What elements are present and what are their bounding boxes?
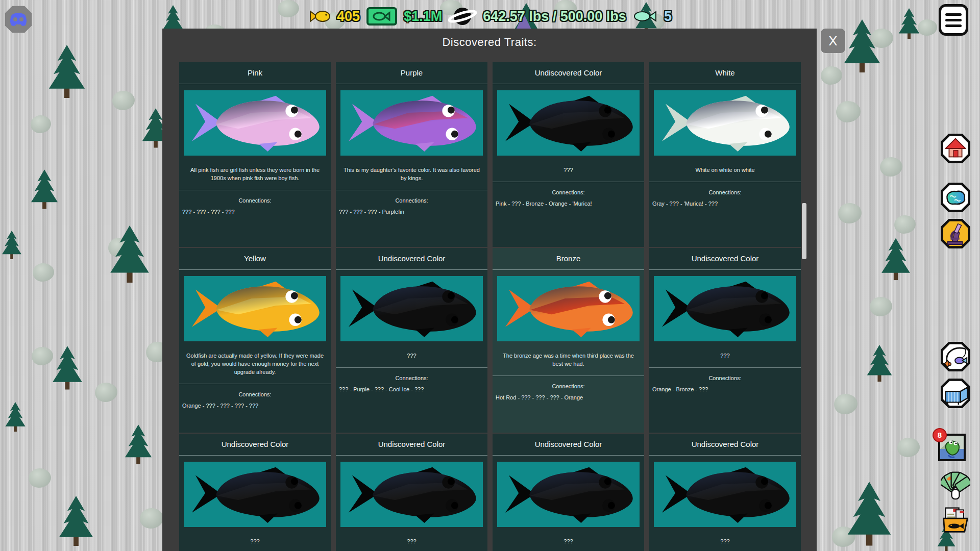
trait-card-title: Undiscovered Color (649, 248, 801, 270)
trait-description: ??? (342, 352, 481, 360)
trait-card[interactable]: Yellow Goldfish are actually made of yel… (179, 248, 331, 433)
connections-label: Connections: (493, 383, 644, 389)
fish-illustration (502, 465, 635, 524)
notification-badge: 8 (933, 428, 947, 442)
trait-card[interactable]: Purple This is my daughter's favorite co… (336, 62, 487, 247)
fish-image-frame (340, 276, 483, 341)
trait-card-title: Yellow (179, 248, 331, 270)
fish-illustration (345, 93, 479, 153)
fish-pupil-top (761, 107, 768, 114)
trait-card[interactable]: Undiscovered Color ??? Connections: Pink… (493, 62, 644, 247)
fish-image-frame (497, 90, 640, 156)
card-collection-button[interactable] (941, 468, 970, 501)
rock (870, 297, 892, 316)
trait-card[interactable]: Undiscovered Color ??? Connections: (493, 434, 644, 551)
rock (29, 468, 51, 488)
connections-label: Connections: (649, 189, 801, 195)
fish-shading (216, 472, 320, 517)
pine-tree (1, 231, 22, 259)
money-card-icon (366, 7, 398, 26)
trait-card[interactable]: Undiscovered Color ??? Connections: ??? … (336, 248, 487, 433)
connections-list: ??? - Purple - ??? - Cool Ice - ??? (336, 386, 487, 392)
fish-image-frame (654, 90, 796, 156)
fishing-button[interactable] (941, 342, 970, 371)
connections-label: Connections: (179, 197, 331, 204)
fish-pupil-top (447, 478, 454, 485)
fish-pupil-bottom (451, 316, 458, 323)
fish-photo-button[interactable]: 8 (936, 432, 968, 463)
trait-card-title: Undiscovered Color (179, 434, 331, 456)
fish-illustration (502, 93, 635, 153)
pine-tree (845, 482, 893, 546)
trait-description: The bronze age was a time when third pla… (499, 352, 638, 368)
fish-image-frame (184, 90, 326, 156)
scrollbar-thumb[interactable] (802, 203, 806, 259)
fish-pupil-bottom (607, 131, 615, 138)
rock (140, 508, 163, 529)
card-divider (336, 190, 487, 190)
fish-image-frame (497, 462, 640, 527)
trait-card[interactable]: Undiscovered Color ??? Connections: (336, 434, 487, 551)
rod-count: 5 (664, 9, 672, 24)
rock (894, 215, 916, 234)
pond-button[interactable] (941, 183, 970, 212)
fish-shading (373, 101, 476, 146)
discovered-traits-modal: Discovered Traits: Pink All pink fish ar… (162, 29, 817, 551)
rock (33, 263, 54, 282)
rock (821, 66, 842, 85)
pine-tree (880, 238, 912, 281)
fish-pupil-bottom (294, 316, 301, 323)
close-button[interactable]: X (821, 29, 845, 53)
rock (112, 91, 135, 110)
trait-card[interactable]: Undiscovered Color ??? Connections: (649, 434, 801, 551)
connections-list: Hot Rod - ??? - ??? - ??? - Orange (493, 394, 644, 400)
trait-card-title: Pink (179, 62, 331, 84)
pine-tree (866, 345, 893, 382)
card-divider (649, 182, 801, 182)
fish-pupil-bottom (294, 131, 301, 138)
fish-pupil-top (604, 478, 611, 485)
records-button[interactable] (941, 504, 970, 536)
rock (31, 115, 51, 133)
rock (897, 438, 920, 457)
hud-bar: 405 $1.1M 642.57 lbs / 500.00 lbs 5 (0, 5, 980, 28)
pine-tree (124, 424, 153, 464)
trait-card-title: Undiscovered Color (649, 434, 801, 456)
fish-records-icon (944, 508, 968, 532)
fish-shading (529, 101, 633, 146)
connections-label: Connections: (649, 375, 801, 381)
card-divider (649, 367, 801, 368)
trait-description: ??? (655, 352, 795, 360)
pine-tree (30, 169, 59, 209)
money-amount: $1.1M (404, 9, 442, 24)
fish-pupil-top (761, 478, 768, 485)
fish-illustration (188, 93, 322, 153)
trait-card[interactable]: Pink All pink fish are girl fish unless … (179, 62, 331, 247)
fish-pupil-bottom (451, 502, 458, 509)
card-fan-icon (941, 472, 970, 499)
fish-pupil-bottom (764, 316, 771, 323)
trait-card[interactable]: Undiscovered Color ??? Connections: Oran… (649, 248, 801, 433)
trait-description: ??? (499, 166, 638, 174)
fish-image-frame (654, 276, 796, 341)
trait-description: This is my daughter's favorite color. It… (342, 166, 481, 182)
research-button[interactable] (941, 219, 970, 248)
fish-illustration (345, 279, 479, 338)
fence-button[interactable] (941, 379, 970, 408)
modal-title: Discovered Traits: (162, 36, 817, 49)
cyan-fish-icon (632, 9, 658, 24)
fish-image-frame (340, 90, 483, 156)
home-button[interactable] (941, 134, 970, 163)
fish-shading (529, 286, 633, 332)
fish-illustration (658, 93, 792, 153)
fish-illustration (658, 465, 792, 524)
fish-pupil-bottom (607, 316, 615, 323)
trait-card[interactable]: Bronze The bronze age was a time when th… (493, 248, 644, 433)
fish-image-frame (184, 462, 326, 527)
trait-description: All pink fish are girl fish unless they … (185, 166, 325, 182)
fish-pupil-top (447, 107, 454, 114)
trait-card[interactable]: Undiscovered Color ??? Connections: (179, 434, 331, 551)
fish-pupil-bottom (607, 502, 615, 509)
trait-card[interactable]: White White on white on white Connection… (649, 62, 801, 247)
fish-shading (373, 286, 476, 332)
